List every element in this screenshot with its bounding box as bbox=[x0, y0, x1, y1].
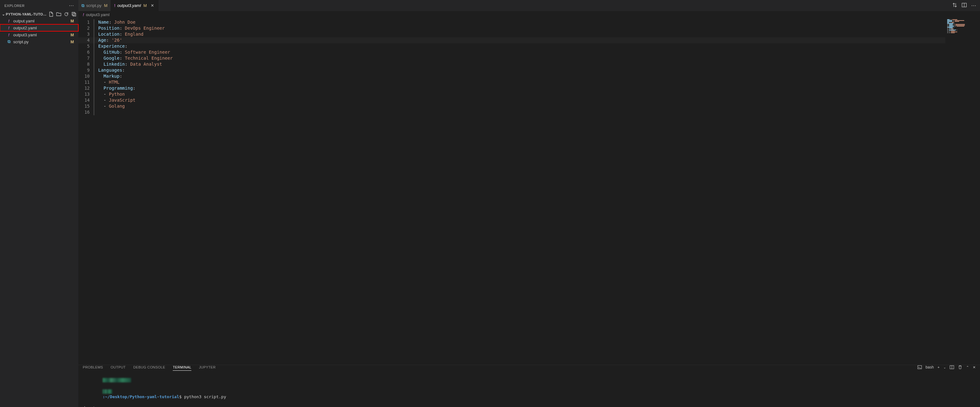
code-line[interactable]: 10 Markup: bbox=[78, 73, 945, 79]
shell-name[interactable]: bash bbox=[926, 365, 934, 369]
terminal-output: done! bbox=[83, 405, 975, 407]
code-line[interactable]: 11 - HTML bbox=[78, 79, 945, 85]
editor-wrap: 1Name: John Doe2Position: DevOps Enginee… bbox=[78, 18, 980, 365]
line-number: 1 bbox=[78, 19, 94, 25]
dropdown-icon[interactable]: ⌄ bbox=[943, 366, 946, 369]
panel-tabs: PROBLEMSOUTPUTDEBUG CONSOLETERMINALJUPYT… bbox=[78, 365, 980, 369]
code-editor[interactable]: 1Name: John Doe2Position: DevOps Enginee… bbox=[78, 18, 945, 365]
code-line[interactable]: 9Languages: bbox=[78, 67, 945, 73]
refresh-icon[interactable] bbox=[64, 12, 69, 17]
terminal-content[interactable]: :~/Desktop/Python-yaml-tutorial$ python3… bbox=[78, 369, 980, 407]
yaml-icon: ! bbox=[114, 3, 115, 8]
chevron-down-icon: ⌄ bbox=[2, 12, 5, 16]
main-area: ⧉script.pyM!output3.yamlM✕ ⋯ ! output3.y… bbox=[78, 0, 980, 407]
code-content: Name: John Doe bbox=[98, 19, 135, 25]
file-name: output2.yaml bbox=[13, 25, 74, 30]
explorer-sidebar: EXPLORER ⋯ ⌄ PYTHON-YAML-TUTO… !output.y… bbox=[0, 0, 78, 407]
code-content: Languages: bbox=[98, 67, 125, 73]
code-content: Linkedin: Data Analyst bbox=[98, 61, 162, 67]
yaml-icon: ! bbox=[83, 12, 84, 17]
panel-actions: bash + ⌄ ⌃ ✕ bbox=[918, 365, 975, 369]
code-content: Position: DevOps Engineer bbox=[98, 25, 165, 31]
editor-actions: ⋯ bbox=[952, 3, 980, 8]
line-number: 5 bbox=[78, 43, 94, 49]
close-tab-icon[interactable]: ✕ bbox=[150, 3, 155, 8]
fold-indicator bbox=[94, 43, 94, 49]
fold-indicator bbox=[94, 109, 94, 115]
terminal-path: :~/Desktop/Python-yaml-tutorial bbox=[103, 394, 180, 399]
explorer-more-icon[interactable]: ⋯ bbox=[69, 3, 74, 8]
code-line[interactable]: 4Age: '26' bbox=[78, 37, 945, 43]
git-status: M bbox=[70, 40, 74, 44]
add-terminal-icon[interactable]: + bbox=[938, 365, 940, 369]
git-status: M bbox=[70, 19, 74, 23]
line-number: 8 bbox=[78, 61, 94, 67]
code-content: GitHub: Software Engineer bbox=[98, 49, 170, 55]
panel-tab-problems[interactable]: PROBLEMS bbox=[83, 365, 103, 369]
breadcrumb[interactable]: ! output3.yaml bbox=[78, 11, 980, 18]
editor-more-icon[interactable]: ⋯ bbox=[971, 3, 976, 8]
new-folder-icon[interactable] bbox=[56, 12, 61, 17]
file-name: output3.yaml bbox=[13, 33, 70, 37]
line-number: 13 bbox=[78, 91, 94, 97]
code-line[interactable]: 2Position: DevOps Engineer bbox=[78, 25, 945, 31]
panel-tab-jupyter[interactable]: JUPYTER bbox=[199, 365, 216, 369]
code-line[interactable]: 6 GitHub: Software Engineer bbox=[78, 49, 945, 55]
panel-tab-debug-console[interactable]: DEBUG CONSOLE bbox=[133, 365, 165, 369]
explorer-header: EXPLORER ⋯ bbox=[0, 0, 78, 11]
code-content: - HTML bbox=[98, 79, 119, 85]
maximize-panel-icon[interactable]: ⌃ bbox=[966, 365, 969, 369]
fold-indicator bbox=[94, 49, 94, 55]
line-number: 14 bbox=[78, 97, 94, 103]
code-line[interactable]: 12 Programming: bbox=[78, 85, 945, 91]
tab-label: output3.yaml bbox=[118, 3, 141, 8]
fold-indicator bbox=[94, 31, 94, 37]
code-line[interactable]: 3Location: England bbox=[78, 31, 945, 37]
yaml-icon: ! bbox=[6, 25, 11, 30]
code-line[interactable]: 1Name: John Doe bbox=[78, 19, 945, 25]
file-name: output.yaml bbox=[13, 19, 70, 23]
git-status: M bbox=[143, 3, 147, 8]
close-panel-icon[interactable]: ✕ bbox=[973, 365, 975, 369]
code-line[interactable]: 16 bbox=[78, 109, 945, 115]
terminal-launch-icon[interactable] bbox=[918, 365, 922, 369]
breadcrumb-file: output3.yaml bbox=[86, 12, 109, 17]
code-line[interactable]: 7 Google: Technical Engineer bbox=[78, 55, 945, 61]
split-terminal-icon[interactable] bbox=[950, 365, 954, 369]
git-status: M bbox=[104, 3, 107, 8]
file-item[interactable]: ⧉script.pyM bbox=[0, 38, 78, 45]
fold-indicator bbox=[94, 91, 94, 97]
file-item[interactable]: !output2.yaml bbox=[0, 24, 78, 31]
project-actions bbox=[49, 12, 76, 17]
split-editor-icon[interactable] bbox=[962, 3, 967, 8]
panel-tab-output[interactable]: OUTPUT bbox=[111, 365, 126, 369]
blurred-host bbox=[103, 390, 112, 394]
minimap[interactable] bbox=[945, 18, 980, 365]
line-number: 7 bbox=[78, 55, 94, 61]
editor-tab[interactable]: ⧉script.pyM bbox=[78, 0, 111, 11]
code-content: Google: Technical Engineer bbox=[98, 55, 173, 61]
code-content: Experience: bbox=[98, 43, 127, 49]
fold-indicator bbox=[94, 25, 94, 31]
file-item[interactable]: !output.yamlM bbox=[0, 17, 78, 24]
line-number: 12 bbox=[78, 85, 94, 91]
blurred-user bbox=[103, 378, 131, 382]
new-file-icon[interactable] bbox=[49, 12, 54, 17]
file-item[interactable]: !output3.yamlM bbox=[0, 31, 78, 38]
line-number: 6 bbox=[78, 49, 94, 55]
collapse-icon[interactable] bbox=[72, 12, 76, 17]
code-line[interactable]: 13 - Python bbox=[78, 91, 945, 97]
compare-icon[interactable] bbox=[952, 3, 957, 8]
trash-icon[interactable] bbox=[958, 365, 963, 369]
code-content: Location: England bbox=[98, 31, 143, 37]
editor-tab[interactable]: !output3.yamlM✕ bbox=[111, 0, 159, 11]
project-header[interactable]: ⌄ PYTHON-YAML-TUTO… bbox=[0, 11, 78, 17]
explorer-title: EXPLORER bbox=[5, 4, 25, 8]
fold-indicator bbox=[94, 19, 94, 25]
code-content: - Golang bbox=[98, 103, 125, 109]
code-line[interactable]: 8 Linkedin: Data Analyst bbox=[78, 61, 945, 67]
terminal-line: :~/Desktop/Python-yaml-tutorial$ python3… bbox=[83, 371, 975, 405]
code-line[interactable]: 5Experience: bbox=[78, 43, 945, 49]
code-line[interactable]: 15 - Golang bbox=[78, 103, 945, 109]
code-line[interactable]: 14 - JavaScript bbox=[78, 97, 945, 103]
